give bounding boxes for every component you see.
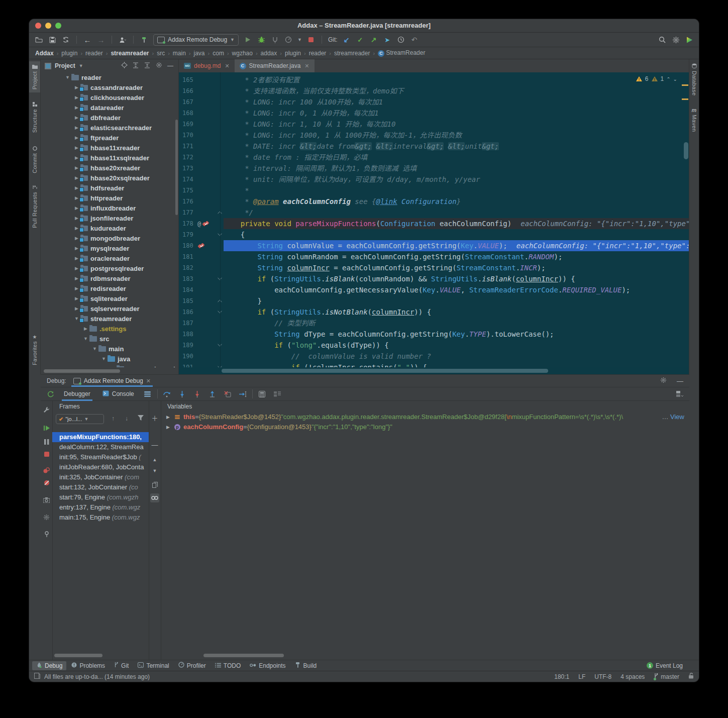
breadcrumb-item[interactable]: C StreamReader — [378, 49, 425, 57]
tree-item-datareader[interactable]: ▶datareader — [41, 102, 178, 113]
variables-horizontal-scrollbar[interactable] — [203, 654, 284, 657]
breadcrumb-item[interactable]: reader — [85, 50, 103, 57]
line-number[interactable]: 190 — [179, 351, 197, 362]
code-area[interactable]: 165 * 2者都没有配置166 * 支持递增函数，当前仅支持整数类型，demo… — [179, 72, 689, 367]
tree-item-oraclereader[interactable]: ▶oraclereader — [41, 253, 178, 263]
tree-item-hbase11xreader[interactable]: ▶hbase11xreader — [41, 143, 178, 153]
tree-item-jsonfilereader[interactable]: ▶jsonfilereader — [41, 213, 178, 223]
chevron-down-icon[interactable]: ▼ — [82, 336, 89, 341]
tree-item-mongodbreader[interactable]: ▶mongodbreader — [41, 233, 178, 243]
pause-icon[interactable] — [42, 437, 51, 447]
hide-panel-icon[interactable]: — — [677, 377, 683, 385]
ide-update-icon[interactable] — [685, 35, 694, 44]
breadcrumb-item[interactable]: com — [213, 50, 224, 57]
move-down-icon[interactable]: ▼ — [150, 466, 159, 475]
inspections-widget[interactable]: 6 1 ⌃ ⌄ — [636, 75, 677, 82]
line-number[interactable]: 179 — [179, 229, 197, 240]
close-icon[interactable]: ✕ — [304, 63, 309, 69]
error-stripe-mark[interactable] — [682, 84, 688, 86]
tree-item-hdfsreader[interactable]: ▶hdfsreader — [41, 183, 178, 193]
project-view-title[interactable]: Project — [55, 62, 75, 69]
stack-frame[interactable]: initJobReader:680, JobConta — [52, 462, 149, 472]
run-icon[interactable] — [243, 35, 252, 44]
resume-icon[interactable] — [42, 423, 51, 433]
tree-item-streamreader[interactable]: ▼streamreader — [41, 314, 178, 324]
line-number[interactable]: 167 — [179, 96, 197, 108]
breadcrumb-item[interactable]: streamreader — [334, 50, 370, 57]
remove-watch-icon[interactable]: — — [150, 440, 159, 449]
tree-item--settings[interactable]: ▶.settings — [41, 324, 178, 334]
run-configuration-select[interactable]: Addax Remote Debug ▼ — [153, 34, 239, 46]
line-number[interactable]: 173 — [179, 163, 197, 174]
editor-horizontal-scrollbar[interactable] — [179, 367, 689, 374]
tree-item-hbase20xreader[interactable]: ▶hbase20xreader — [41, 163, 178, 173]
panel-settings-gear-icon[interactable] — [155, 62, 163, 70]
forward-icon[interactable]: → — [96, 35, 106, 44]
tree-item-httpreader[interactable]: ▶httpreader — [41, 193, 178, 203]
line-number[interactable]: 166 — [179, 85, 197, 96]
toolwindow-button-endpoints[interactable]: Endpoints — [246, 661, 289, 670]
toolwindow-button-git[interactable]: Git — [110, 661, 133, 670]
tree-item-sqlitereader[interactable]: ▶sqlitereader — [41, 293, 178, 303]
tree-item-rdbmsreader[interactable]: ▶rdbmsreader — [41, 273, 178, 283]
tree-item-com-wgzhao-ad[interactable]: ▼com.wgzhao.ad — [41, 364, 178, 367]
gutter[interactable] — [197, 240, 216, 251]
debug-icon[interactable] — [257, 35, 266, 44]
line-number[interactable]: 189 — [179, 340, 197, 351]
thread-dump-camera-icon[interactable] — [42, 495, 51, 505]
previous-frame-icon[interactable]: ↑ — [112, 415, 115, 422]
fold-marker[interactable] — [216, 362, 224, 367]
line-number[interactable]: 186 — [179, 306, 197, 318]
line-number[interactable]: 176 — [179, 196, 197, 207]
stripe-tab-project[interactable]: Project — [29, 61, 40, 92]
tab-console[interactable]: Console — [98, 387, 138, 401]
view-breakpoints-icon[interactable] — [42, 465, 51, 475]
git-update-icon[interactable]: ↙ — [342, 35, 351, 44]
chevron-right-icon[interactable]: ▶ — [82, 326, 89, 331]
run-group-chevron-icon[interactable]: ▼ — [297, 37, 302, 42]
toolwindow-button-todo[interactable]: TODO — [211, 661, 245, 670]
mute-breakpoints-icon[interactable] — [42, 478, 51, 487]
stop-icon[interactable] — [306, 35, 316, 44]
rollback-icon[interactable]: ↶ — [410, 35, 419, 44]
toolwindow-button-terminal[interactable]: Terminal — [134, 661, 173, 670]
filter-frames-icon[interactable] — [138, 415, 144, 422]
tree-item-kudureader[interactable]: ▶kudureader — [41, 223, 178, 233]
tree-item-reader[interactable]: ▼reader — [41, 72, 178, 82]
tree-item-hbase11xsqlreader[interactable]: ▶hbase11xsqlreader — [41, 153, 178, 163]
editor-vertical-scrollbar[interactable] — [684, 142, 688, 159]
event-log-button[interactable]: 1Event Log — [647, 662, 696, 669]
chevron-right-icon[interactable]: ▶ — [166, 412, 173, 422]
attach-debugger-icon[interactable] — [270, 35, 279, 44]
breadcrumb-item[interactable]: Addax — [35, 50, 54, 57]
close-icon[interactable]: ✕ — [146, 378, 151, 384]
collapse-all-icon[interactable] — [143, 62, 151, 70]
debug-session-tab[interactable]: Addax Remote Debug ✕ — [71, 375, 153, 387]
save-icon[interactable] — [48, 35, 57, 44]
view-options-icon[interactable] — [272, 389, 283, 399]
hide-panel-icon[interactable]: — — [166, 62, 174, 69]
tree-item-clickhousereader[interactable]: ▶clickhousereader — [41, 92, 178, 102]
stack-frame[interactable]: dealColumn:122, StreamRea — [52, 442, 149, 452]
line-number[interactable]: 168 — [179, 108, 197, 119]
project-tree-vertical-scrollbar[interactable] — [175, 120, 178, 215]
thread-selector[interactable]: ✔ "jo...l... ▼ — [56, 414, 104, 424]
breadcrumb-item[interactable]: reader — [309, 50, 327, 57]
tree-item-cassandrareader[interactable]: ▶cassandrareader — [41, 82, 178, 92]
line-number[interactable]: 182 — [179, 262, 197, 273]
error-stripe-mark[interactable] — [682, 98, 688, 100]
chevron-down-icon[interactable]: ▼ — [79, 63, 83, 68]
line-number[interactable]: 174 — [179, 174, 197, 185]
prev-problem-icon[interactable]: ⌃ — [666, 76, 670, 82]
tree-item-mysqlreader[interactable]: ▶mysqlreader — [41, 243, 178, 253]
stripe-tab-favorites[interactable]: ★ Favorites — [29, 331, 40, 369]
restore-layout-icon[interactable] — [674, 389, 685, 399]
next-frame-icon[interactable]: ↓ — [125, 415, 128, 422]
line-ending[interactable]: LF — [578, 673, 585, 680]
git-push-icon[interactable]: ↗ — [369, 35, 378, 44]
toolwindow-button-profiler[interactable]: Profiler — [174, 661, 210, 670]
build-hammer-icon[interactable] — [140, 35, 149, 44]
tree-item-hbase20xsqlreader[interactable]: ▶hbase20xsqlreader — [41, 173, 178, 183]
search-icon[interactable] — [658, 35, 667, 44]
git-cherry-pick-icon[interactable]: ➤ — [383, 35, 392, 44]
